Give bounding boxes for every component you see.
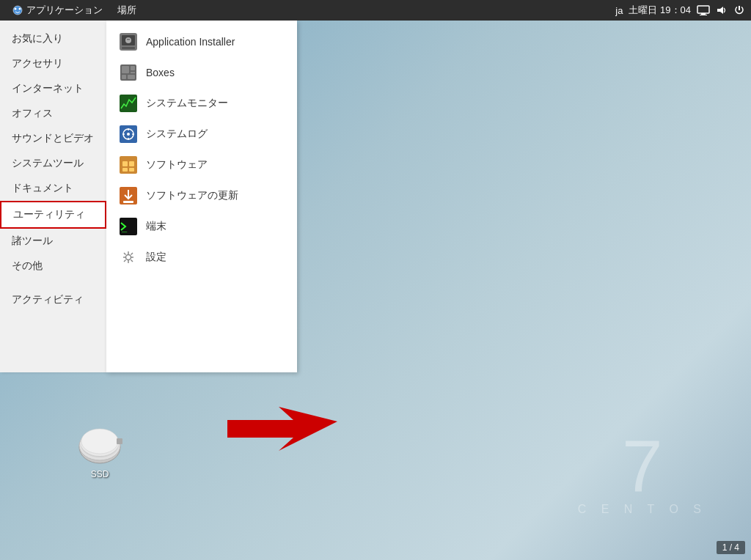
- submenu-item-label-app-installer: Application Installer: [146, 36, 235, 48]
- submenu-item-label-system-log: システムログ: [146, 128, 208, 141]
- sidebar-item-accessories[interactable]: アクセサリ: [0, 51, 106, 76]
- centos-watermark: 7 C E N T O S: [578, 430, 707, 516]
- svg-rect-11: [127, 39, 130, 40]
- submenu-item-label-software: ソフトウェア: [146, 158, 208, 172]
- sidebar-item-activities[interactable]: アクティビティ: [0, 287, 106, 312]
- submenu-item-settings[interactable]: 設定: [106, 242, 297, 273]
- svg-point-10: [125, 37, 131, 43]
- svg-marker-44: [227, 407, 337, 451]
- svg-point-21: [127, 133, 130, 136]
- app-menu-button[interactable]: アプリケーション: [6, 2, 109, 18]
- svg-point-1: [15, 8, 17, 10]
- language-indicator: ja: [615, 5, 623, 16]
- page-indicator: 1 / 4: [717, 541, 745, 554]
- sidebar-item-favorites[interactable]: お気に入り: [0, 26, 106, 51]
- sidebar-item-tools[interactable]: 諸ツール: [0, 229, 106, 254]
- svg-rect-17: [131, 72, 135, 73]
- submenu-item-label-settings: 設定: [146, 251, 166, 264]
- svg-point-2: [19, 8, 21, 10]
- sidebar-item-utilities[interactable]: ユーティリティ: [0, 201, 106, 229]
- sidebar-item-other[interactable]: その他: [0, 254, 106, 279]
- update-icon: [118, 185, 139, 206]
- svg-rect-50: [117, 438, 122, 444]
- sidebar-item-system-tools[interactable]: システムツール: [0, 151, 106, 176]
- sidebar-item-documents[interactable]: ドキュメント: [0, 176, 106, 201]
- svg-rect-15: [122, 75, 126, 79]
- boxes-icon: [118, 62, 139, 83]
- submenu-item-software-update[interactable]: ソフトウェアの更新: [106, 180, 297, 211]
- menu-sidebar: お気に入りアクセサリインターネットオフィスサウンドとビデオシステムツールドキュメ…: [0, 21, 106, 372]
- svg-rect-16: [128, 75, 135, 79]
- sidebar-item-internet[interactable]: インターネット: [0, 76, 106, 101]
- submenu-item-terminal[interactable]: _ 端末: [106, 211, 297, 242]
- submenu-item-label-system-monitor: システムモニター: [146, 97, 228, 110]
- svg-rect-14: [131, 66, 135, 70]
- svg-line-39: [124, 253, 126, 255]
- svg-rect-9: [122, 47, 135, 49]
- svg-rect-28: [129, 161, 134, 166]
- svg-line-40: [131, 260, 133, 262]
- svg-point-0: [13, 6, 22, 15]
- network-icon[interactable]: [697, 5, 710, 15]
- settings-icon: [118, 247, 139, 268]
- submenu-item-app-installer[interactable]: Application Installer: [106, 26, 297, 57]
- power-icon[interactable]: [733, 4, 745, 16]
- desktop: アプリケーション 場所 ja 土曜日 19：04: [0, 0, 751, 560]
- svg-point-49: [81, 429, 118, 454]
- ssd-drive-icon: [76, 428, 123, 466]
- sidebar-item-office[interactable]: オフィス: [0, 101, 106, 126]
- submenu-item-system-monitor[interactable]: システムモニター: [106, 88, 297, 119]
- ssd-label: SSD: [91, 469, 109, 479]
- software-icon: [118, 155, 139, 175]
- menu-container: お気に入りアクセサリインターネットオフィスサウンドとビデオシステムツールドキュメ…: [0, 21, 297, 372]
- svg-rect-4: [701, 13, 706, 15]
- svg-rect-30: [129, 168, 134, 172]
- syslog-icon: [118, 124, 139, 144]
- svg-rect-13: [122, 66, 129, 73]
- terminal-icon: _: [118, 216, 139, 237]
- menu-submenu: Application Installer Boxes システムモニター システ…: [106, 21, 297, 372]
- gnome-icon: [12, 4, 23, 16]
- datetime-display: 土曜日 19：04: [629, 4, 691, 17]
- svg-rect-3: [697, 6, 709, 13]
- centos-version-number: 7: [622, 430, 663, 503]
- submenu-item-boxes[interactable]: Boxes: [106, 57, 297, 88]
- arrow-annotation: [220, 407, 337, 454]
- submenu-item-label-software-update: ソフトウェアの更新: [146, 189, 238, 202]
- svg-marker-6: [717, 7, 723, 14]
- submenu-item-software[interactable]: ソフトウェア: [106, 150, 297, 180]
- sidebar-item-sound-video[interactable]: サウンドとビデオ: [0, 126, 106, 151]
- svg-line-42: [124, 260, 126, 262]
- svg-rect-32: [123, 201, 133, 203]
- submenu-item-label-terminal: 端末: [146, 220, 166, 233]
- panel-left: アプリケーション 場所: [6, 2, 142, 18]
- svg-rect-26: [120, 156, 137, 174]
- app-installer-icon: [118, 32, 139, 52]
- volume-icon[interactable]: [716, 5, 728, 15]
- svg-point-43: [126, 255, 131, 260]
- app-menu-label: アプリケーション: [26, 4, 103, 17]
- svg-rect-27: [122, 161, 128, 166]
- submenu-item-system-log[interactable]: システムログ: [106, 119, 297, 150]
- svg-rect-18: [120, 95, 137, 112]
- svg-rect-29: [122, 168, 128, 172]
- sidebar-separator: [0, 279, 106, 287]
- svg-rect-5: [700, 15, 707, 15]
- top-panel: アプリケーション 場所 ja 土曜日 19：04: [0, 0, 751, 21]
- desktop-ssd-icon[interactable]: SSD: [73, 425, 126, 482]
- svg-line-41: [131, 253, 133, 255]
- sysmon-icon: [118, 93, 139, 114]
- places-menu-button[interactable]: 場所: [111, 2, 142, 18]
- submenu-item-label-boxes: Boxes: [146, 67, 175, 78]
- panel-right: ja 土曜日 19：04: [615, 4, 745, 17]
- centos-text: C E N T O S: [578, 503, 707, 516]
